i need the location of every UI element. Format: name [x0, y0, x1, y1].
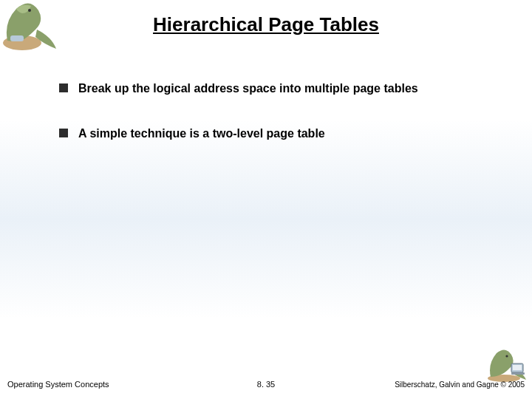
bullet-item: A simple technique is a two-level page t…	[59, 126, 502, 142]
slide-title: Hierarchical Page Tables	[0, 13, 532, 36]
bullet-text: A simple technique is a two-level page t…	[78, 126, 325, 142]
svg-point-1	[28, 9, 31, 12]
bullet-item: Break up the logical address space into …	[59, 81, 502, 97]
footer-copyright: Silberschatz, Galvin and Gagne © 2005	[395, 381, 525, 389]
square-bullet-icon	[59, 129, 68, 137]
svg-rect-2	[10, 35, 24, 41]
svg-rect-6	[513, 365, 522, 370]
square-bullet-icon	[59, 83, 68, 92]
bullet-text: Break up the logical address space into …	[78, 81, 418, 97]
svg-point-4	[505, 355, 508, 357]
footer: Operating System Concepts 8. 35 Silbersc…	[0, 372, 532, 392]
content-area: Break up the logical address space into …	[59, 81, 502, 171]
slide: Hierarchical Page Tables Break up the lo…	[0, 0, 532, 399]
